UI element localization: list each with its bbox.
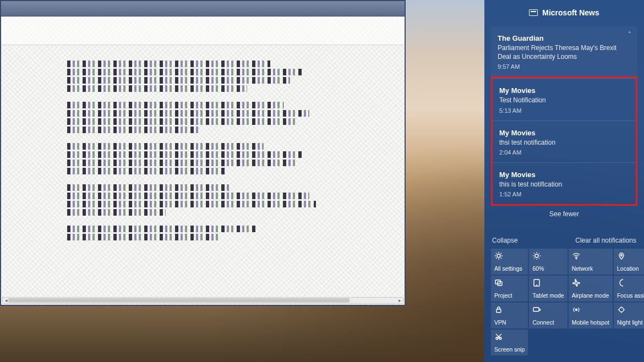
notification-card[interactable]: My Movies thsi test notification 2:04 AM xyxy=(493,120,636,162)
notification-card[interactable]: My Movies this is test notification 1:52… xyxy=(493,162,636,204)
qa-tablet-mode[interactable]: Tablet mode xyxy=(529,276,567,301)
collapse-link[interactable]: Collapse xyxy=(492,237,518,244)
notification-card[interactable]: My Movies Test Notification 5:13 AM xyxy=(493,78,636,120)
foreground-app-window[interactable]: ◂ ▸ xyxy=(0,0,406,306)
app-titlebar[interactable] xyxy=(1,1,405,17)
connect-icon xyxy=(532,305,564,314)
qa-airplane-mode[interactable]: Airplane mode xyxy=(569,276,613,301)
snip-icon xyxy=(494,332,525,341)
gear-icon xyxy=(494,251,525,260)
action-center-header: Microsoft News xyxy=(484,0,644,25)
scrollbar-thumb[interactable] xyxy=(8,298,350,303)
clear-all-link[interactable]: Clear all notifications xyxy=(575,237,636,244)
app-document-area xyxy=(1,45,405,256)
qa-connect[interactable]: Connect xyxy=(529,303,567,328)
qa-brightness[interactable]: 60% xyxy=(529,249,567,275)
nightlight-icon xyxy=(617,305,644,314)
highlighted-notification-group: My Movies Test Notification 5:13 AM My M… xyxy=(491,76,637,206)
moon-icon xyxy=(617,278,644,287)
wifi-icon xyxy=(572,251,609,260)
notification-card-news[interactable]: ˄ The Guardian Parliament Rejects Theres… xyxy=(491,26,637,76)
notification-list: ˄ The Guardian Parliament Rejects Theres… xyxy=(484,25,644,221)
notification-time: 1:52 AM xyxy=(499,191,629,198)
qa-label: Location xyxy=(617,265,644,272)
svg-point-3 xyxy=(620,255,622,256)
chevron-up-icon[interactable]: ˄ xyxy=(625,31,634,39)
qa-all-settings[interactable]: All settings xyxy=(491,249,528,275)
qa-label: Focus assist xyxy=(617,292,644,299)
notification-app: My Movies xyxy=(499,86,629,95)
plane-icon xyxy=(572,278,609,287)
qa-label: All settings xyxy=(494,265,525,272)
qa-label: Mobile hotspot xyxy=(572,319,609,326)
action-center-footer-links: Collapse Clear all notifications xyxy=(484,233,644,249)
scroll-right-icon[interactable]: ▸ xyxy=(396,298,403,303)
notification-body: thsi test notification xyxy=(499,138,629,147)
notification-body: Test Notification xyxy=(499,96,629,105)
notification-source: The Guardian xyxy=(498,34,631,42)
project-icon xyxy=(494,278,525,287)
notification-app: My Movies xyxy=(499,171,629,179)
qa-network[interactable]: Network xyxy=(569,249,613,275)
qa-label: Night light xyxy=(617,319,644,326)
qa-label: Network xyxy=(572,265,609,272)
horizontal-scrollbar[interactable]: ◂ ▸ xyxy=(2,297,403,304)
svg-point-11 xyxy=(619,308,624,312)
app-toolbar[interactable] xyxy=(1,17,405,45)
qa-label: Screen snip xyxy=(494,346,525,353)
qa-mobile-hotspot[interactable]: Mobile hotspot xyxy=(569,303,613,328)
notification-time: 2:04 AM xyxy=(499,149,629,156)
see-fewer-link[interactable]: See fewer xyxy=(491,206,637,221)
desktop-wallpaper: ◂ ▸ Microsoft News ˄ The Guardian Parlia… xyxy=(0,0,644,362)
svg-point-1 xyxy=(535,254,538,257)
svg-point-0 xyxy=(497,254,500,257)
qa-label: Project xyxy=(494,292,525,299)
action-center-header-title: Microsoft News xyxy=(542,8,599,17)
notification-time: 9:57 AM xyxy=(498,63,631,70)
svg-rect-9 xyxy=(533,308,539,311)
notification-headline: Parliament Rejects Theresa May's Brexit … xyxy=(498,43,631,61)
notification-app: My Movies xyxy=(499,129,629,137)
svg-point-2 xyxy=(576,258,577,259)
qa-screen-snip[interactable]: Screen snip xyxy=(491,330,528,355)
qa-label: Connect xyxy=(532,319,564,326)
vpn-icon xyxy=(494,305,525,314)
news-icon xyxy=(529,9,538,16)
svg-point-10 xyxy=(575,309,577,311)
action-center-panel: Microsoft News ˄ The Guardian Parliament… xyxy=(484,0,644,362)
qa-project[interactable]: Project xyxy=(491,276,528,301)
notification-time: 5:13 AM xyxy=(499,107,629,114)
qa-label: 60% xyxy=(532,265,564,272)
hotspot-icon xyxy=(572,305,609,314)
qa-night-light[interactable]: Night light xyxy=(614,303,644,328)
qa-label: VPN xyxy=(494,319,525,326)
svg-rect-8 xyxy=(496,309,501,312)
quick-actions-grid: All settings 60% Network Location Projec… xyxy=(484,249,644,362)
sun-icon xyxy=(532,251,564,260)
notification-body: this is test notification xyxy=(499,180,629,189)
qa-label: Airplane mode xyxy=(572,292,609,299)
pin-icon xyxy=(617,251,644,260)
qa-focus-assist[interactable]: Focus assist xyxy=(614,276,644,301)
qa-location[interactable]: Location xyxy=(614,249,644,275)
qa-vpn[interactable]: VPN xyxy=(491,303,528,328)
tablet-icon xyxy=(532,278,564,287)
qa-label: Tablet mode xyxy=(532,292,564,299)
app-obscured-content: ◂ ▸ xyxy=(1,1,405,305)
